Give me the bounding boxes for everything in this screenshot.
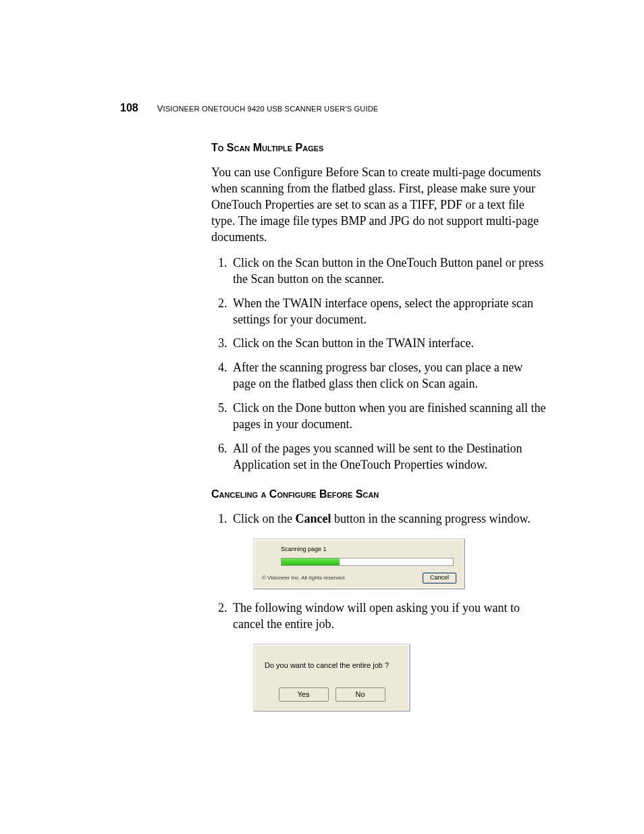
content-column: To Scan Multiple Pages You can use Confi… (211, 142, 547, 727)
progress-label: Scanning page 1 (281, 546, 456, 554)
steps-list-2: Click on the Cancel button in the scanni… (211, 511, 547, 712)
progress-bar-fill (281, 558, 340, 565)
confirm-dialog: Do you want to cancel the entire job ? Y… (253, 644, 410, 712)
step-item: Click on the Scan button in the OneTouch… (230, 255, 547, 288)
cancel-button[interactable]: Cancel (423, 573, 456, 583)
yes-button[interactable]: Yes (279, 687, 329, 702)
header-title: VISIONEER ONETOUCH 9420 USB SCANNER USER… (157, 103, 379, 113)
intro-paragraph: You can use Configure Before Scan to cre… (211, 165, 547, 246)
step-item: After the scanning progress bar closes, … (230, 360, 547, 392)
copyright-text: © Visioneer Inc. All rights reserved. (262, 575, 346, 582)
progress-bar (281, 558, 454, 566)
step-item: The following window will open asking yo… (230, 600, 547, 712)
step-item: Click on the Scan button in the TWAIN in… (230, 336, 547, 352)
steps-list-1: Click on the Scan button in the OneTouch… (211, 255, 547, 473)
step-item: When the TWAIN interface opens, select t… (230, 296, 547, 328)
no-button[interactable]: No (336, 687, 385, 702)
page-number: 108 (120, 102, 138, 114)
step-item: Click on the Done button when you are fi… (230, 400, 547, 433)
page: 108 VISIONEER ONETOUCH 9420 USB SCANNER … (0, 0, 644, 834)
confirm-message: Do you want to cancel the entire job ? (265, 660, 399, 671)
confirm-dialog-figure: Do you want to cancel the entire job ? Y… (253, 644, 547, 712)
step-item: All of the pages you scanned will be sen… (230, 441, 547, 473)
step-item: Click on the Cancel button in the scanni… (230, 511, 547, 590)
section-heading-canceling: Canceling a Configure Before Scan (211, 488, 547, 500)
section-heading-scan-multiple: To Scan Multiple Pages (211, 142, 547, 154)
progress-dialog-figure: Scanning page 1 © Visioneer Inc. All rig… (253, 538, 547, 590)
running-header: 108 VISIONEER ONETOUCH 9420 USB SCANNER … (120, 102, 378, 114)
progress-dialog: Scanning page 1 © Visioneer Inc. All rig… (253, 538, 465, 590)
